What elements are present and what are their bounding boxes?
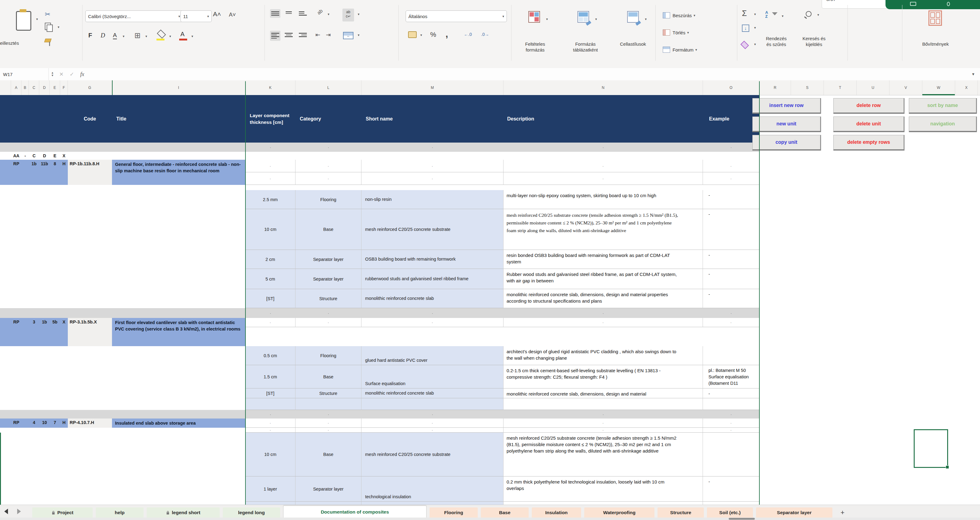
cell-thickness[interactable]: 2.5 mm <box>245 190 296 209</box>
unit-code-part-f[interactable]: H <box>60 419 68 428</box>
delete-cells-button[interactable]: Törlés▾ <box>663 27 689 38</box>
sheet-tab-documentation-of-composites[interactable]: Documentation of composites <box>283 506 426 518</box>
sheet-tab-base[interactable]: Base <box>481 507 529 518</box>
cell-thickness[interactable]: 1.5 cm <box>245 365 296 388</box>
cell-styles-caret[interactable]: ▾ <box>645 17 647 21</box>
cell-dot-l[interactable]: · <box>296 308 361 318</box>
cell-category[interactable]: Flooring <box>296 346 361 365</box>
filter-cell[interactable]: D <box>39 152 50 160</box>
orientation-caret[interactable]: ▾ <box>328 12 329 16</box>
column-header-b[interactable]: B <box>21 80 29 95</box>
delete-empty-rows-button[interactable]: delete empty rows <box>833 135 905 151</box>
currency-caret[interactable]: ▾ <box>420 33 422 37</box>
cell-dot-n[interactable]: · <box>503 143 703 152</box>
bold-button[interactable]: F <box>88 32 92 39</box>
format-as-table-icon[interactable] <box>578 11 589 23</box>
increase-indent-icon[interactable]: ⇥ <box>326 31 331 38</box>
cell-description[interactable]: resin bonded OSB3 building board with re… <box>503 250 703 269</box>
unit-code-part-a[interactable]: RP <box>11 160 21 185</box>
borders-icon[interactable]: ⊞ <box>134 31 140 40</box>
cell-short-name[interactable]: non-slip resin <box>361 190 503 209</box>
cell-example[interactable] <box>703 346 759 365</box>
filter-cell[interactable]: AA <box>11 152 21 160</box>
cell-example[interactable]: - <box>703 289 759 308</box>
find-select-label[interactable]: Keresés éskijelölés <box>794 36 834 47</box>
cell-empty[interactable] <box>703 398 759 410</box>
unit-code-part-d[interactable]: 10 <box>39 419 50 428</box>
cell-description[interactable]: Rubber wood studs and galvanised steel r… <box>503 269 703 289</box>
cell-dot-l[interactable]: · <box>296 172 361 185</box>
sort-by-name-button[interactable]: sort by name <box>909 98 977 114</box>
unit-code-part-e[interactable]: 7 <box>50 419 60 428</box>
underline-button[interactable]: A <box>113 32 117 39</box>
name-box[interactable]: W17 <box>0 68 49 80</box>
align-center-button[interactable] <box>285 32 293 38</box>
column-header-g[interactable]: G <box>68 80 112 95</box>
cell-description[interactable]: monolithic reinforced concrete slab, dim… <box>503 388 703 398</box>
column-header-e[interactable]: E <box>50 80 60 95</box>
decrease-decimal-icon[interactable]: .0→ <box>481 32 489 37</box>
cell-dot-n[interactable]: · <box>503 410 703 419</box>
header-thickness[interactable]: Layer component thickness [cm] <box>245 95 296 143</box>
horizontal-scrollbar-thumb[interactable] <box>729 518 755 520</box>
cell-example[interactable]: - <box>703 209 759 250</box>
cell-example[interactable]: pl.: Botament M 50 Surface equalisation … <box>703 365 759 388</box>
fill-down-icon[interactable]: ↓ <box>742 25 749 32</box>
unit-title[interactable]: First floor elevated cantilever slab wit… <box>112 318 245 346</box>
font-size-combo[interactable]: 11▾ <box>180 10 212 22</box>
confirm-entry-icon[interactable]: ✓ <box>67 71 77 78</box>
unit-code[interactable]: RP-1b.11b.8.H <box>68 160 112 185</box>
delete-unit-button[interactable]: delete unit <box>833 117 905 132</box>
cell-dot-o[interactable]: · <box>703 410 759 419</box>
unit-title[interactable]: Insulated end slab above storage area <box>112 419 245 428</box>
cell-dot-k[interactable]: · <box>245 318 296 327</box>
cell-example[interactable] <box>703 433 759 476</box>
cell-example[interactable]: - <box>703 190 759 209</box>
column-header-n[interactable]: N <box>503 80 703 95</box>
conditional-formatting-caret[interactable]: ▾ <box>546 17 548 21</box>
cell-dot-n[interactable] <box>503 327 703 346</box>
unit-code-part-c[interactable]: 1b <box>29 160 39 185</box>
cell-dot-k[interactable]: · <box>245 428 296 433</box>
column-header-o[interactable]: O <box>703 80 759 95</box>
cell-dot-m[interactable]: · <box>361 419 503 428</box>
format-painter-icon[interactable] <box>44 39 51 42</box>
cell-dot-k[interactable]: · <box>245 419 296 428</box>
cell-description[interactable]: 0.2-1.5 cm thick cement-based self-level… <box>503 365 703 388</box>
cell-description[interactable]: 0.2 mm thick polyethylene foil technolog… <box>503 476 703 502</box>
unit-code-part-b[interactable] <box>21 160 29 185</box>
navigation-button[interactable]: navigation <box>909 117 977 132</box>
cell-category[interactable]: Base <box>296 365 361 388</box>
unit-code-part-e[interactable]: 5b <box>50 318 60 346</box>
format-as-table-caret[interactable]: ▾ <box>595 17 597 21</box>
sheet-tab-waterproofing[interactable]: Waterproofing <box>584 507 654 518</box>
wrap-text-caret[interactable]: ▾ <box>358 12 360 16</box>
increase-font-icon[interactable]: A˄ <box>213 10 221 18</box>
cell-short-name[interactable]: OSB3 building board with remaining formw… <box>361 250 503 269</box>
paste-icon[interactable] <box>16 11 31 31</box>
unit-code-part-b[interactable] <box>21 318 29 346</box>
cell-empty[interactable] <box>503 398 703 410</box>
header-title[interactable]: Title <box>112 95 245 143</box>
font-name-combo[interactable]: Calibri (Szövegtörz...▾ <box>85 10 183 22</box>
cell-thickness[interactable]: 2 cm <box>245 250 296 269</box>
filter-cell[interactable]: - <box>21 152 29 160</box>
unit-code-part-d[interactable]: 11b <box>39 160 50 185</box>
active-cell-selection[interactable] <box>914 429 948 468</box>
cell-dot-o[interactable]: · <box>703 160 759 172</box>
column-header-v[interactable]: V <box>889 80 922 95</box>
cell-thickness[interactable]: [ST] <box>245 388 296 398</box>
cell-dot-m[interactable]: · <box>361 428 503 433</box>
cell-dot-o[interactable]: · <box>703 172 759 185</box>
cell-empty[interactable] <box>361 398 503 410</box>
cell-short-name[interactable]: glued hard antistatic PVC cover <box>361 346 503 365</box>
cell-description[interactable]: architect's design of glued rigid antist… <box>503 346 703 365</box>
cell-dot-m[interactable]: · <box>361 410 503 419</box>
column-header-f[interactable]: F <box>60 80 68 95</box>
italic-button[interactable]: D <box>101 32 105 39</box>
decrease-font-icon[interactable]: A˅ <box>229 12 236 18</box>
cell-dot-l[interactable]: · <box>296 419 361 428</box>
cell-category[interactable]: Base <box>296 433 361 476</box>
cell-dot-o[interactable]: · <box>703 428 759 433</box>
unit-code[interactable]: RP-4.10.7.H <box>68 419 112 428</box>
